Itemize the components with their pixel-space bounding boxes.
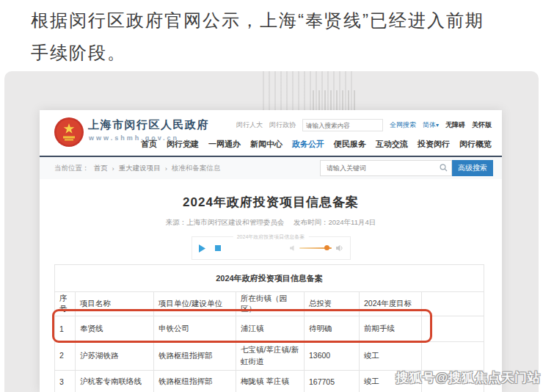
breadcrumb-separator: ›	[112, 164, 114, 173]
column-header: 总投资	[305, 292, 360, 316]
stop-icon[interactable]	[215, 245, 221, 251]
breadcrumb-separator: ›	[165, 164, 167, 173]
link-minhang-zhengxie[interactable]: 闵行政协	[269, 120, 296, 130]
breadcrumb-major-projects[interactable]: 重大建设项目	[119, 164, 161, 173]
nav-item-news[interactable]: 新闻中心	[250, 139, 283, 150]
keyword-search: 高级搜索	[320, 160, 493, 176]
care-mode-link[interactable]: 关怀版	[472, 120, 492, 130]
nav-item-investment[interactable]: 投资闵行	[418, 139, 450, 150]
page-title: 2024年政府投资项目信息备案	[40, 194, 502, 211]
link-minhang-renda[interactable]: 闵行人大	[236, 120, 263, 130]
volume-slider[interactable]	[299, 247, 332, 249]
column-header: 2024年度目标	[360, 292, 422, 316]
column-header: 项目名称	[76, 292, 154, 316]
nav-item-home[interactable]: 首页	[141, 139, 157, 150]
cell: 待明确	[305, 316, 360, 342]
volume-slider-handle[interactable]	[324, 245, 329, 250]
table-row-fengxian-line: 1 奉贤线 申铁公司 浦江镇 待明确 前期手续	[55, 316, 484, 342]
nav-item-services[interactable]: 一网通办	[208, 139, 241, 150]
audio-player-label: 2024年政府投资项目信息备案	[233, 233, 309, 241]
table-header-row: 序号 项目名称 项目单位/建设单位 所在街镇（园区） 总投资 2024年度目标	[55, 292, 484, 316]
cell	[422, 342, 484, 371]
cell: 前期手续	[360, 316, 422, 342]
article-content: 2024年政府投资项目信息备案 来源：上海市闵行区建设和管理委员会 发布时间：2…	[40, 194, 502, 392]
breadcrumb-label: 当前位置：	[54, 164, 90, 173]
cell: 奉贤线	[76, 316, 154, 342]
cell: 3	[55, 371, 76, 392]
language-select[interactable]: 简体▾	[423, 120, 439, 130]
cell: 1	[55, 316, 76, 342]
screenshot-panel: 上海市闵行区人民政府 www.shmh.gov.cn 闵行人大 闵行政协 全网搜…	[4, 71, 539, 392]
article-intro-line1: 根据闵行区政府官网公示，上海“奉贤线”已经进入前期	[31, 4, 530, 37]
cell: 梅陇镇 莘庄镇	[236, 371, 305, 392]
breadcrumb-current: 核准和备案信息	[172, 164, 221, 173]
breadcrumb: 当前位置： 首页 › 重大建设项目 › 核准和备案信息	[54, 164, 220, 173]
nav-item-interaction[interactable]: 互动交流	[376, 139, 408, 150]
chevron-down-icon: ▾	[436, 122, 439, 128]
top-utility-bar: 闵行人大 闵行政协 全网搜索 简体▾ 无障碍 关怀版	[236, 119, 492, 131]
site-search-input[interactable]	[302, 119, 383, 131]
column-header: 项目单位/建设单位	[154, 292, 236, 316]
keyword-search-input[interactable]	[320, 160, 452, 176]
cell: 铁路枢纽指挥部	[154, 371, 236, 392]
publish-date: 发布时间：2024年11月4日	[294, 218, 376, 226]
accessibility-link[interactable]: 无障碍	[445, 120, 465, 130]
cell: 铁路枢纽指挥部	[154, 342, 236, 371]
main-nav: 首页 闵行党建 一网通办 新闻中心 政务公开 便民服务 互动交流 投资闵行 闵行…	[141, 139, 492, 150]
column-header: 序号	[55, 292, 76, 316]
site-search-button[interactable]: 全网搜索	[390, 120, 416, 130]
source-label: 来源：上海市闵行区建设和管理委员会	[166, 218, 285, 226]
cell: 沪苏湖铁路	[76, 342, 154, 371]
column-header: 所在街镇（园区）	[236, 292, 305, 316]
breadcrumb-home[interactable]: 首页	[94, 164, 108, 173]
cell: 167705	[305, 371, 360, 392]
speaker-icon[interactable]	[336, 244, 343, 252]
cell: 申铁公司	[154, 316, 236, 342]
volume-low-icon	[290, 245, 295, 251]
nav-item-convenience[interactable]: 便民服务	[334, 139, 366, 150]
table-row: 2 沪苏湖铁路 铁路枢纽指挥部 七宝镇/莘庄镇/新虹街道 13600 竣工	[55, 342, 484, 371]
nav-item-overview[interactable]: 闵行概览	[459, 139, 492, 150]
cell	[422, 316, 484, 342]
cell: 沪杭客专南联络线	[76, 371, 154, 392]
advanced-search-button[interactable]: 高级搜索	[452, 160, 493, 176]
nav-item-gov-affairs[interactable]: 政务公开	[292, 139, 324, 150]
site-name: 上海市闵行区人民政府	[88, 118, 209, 132]
cell: 浦江镇	[236, 316, 305, 342]
site-header: 上海市闵行区人民政府 www.shmh.gov.cn 闵行人大 闵行政协 全网搜…	[40, 110, 502, 156]
cell: 13600	[305, 342, 360, 371]
article-meta: 来源：上海市闵行区建设和管理委员会 发布时间：2024年11月4日	[40, 218, 502, 228]
article-intro: 根据闵行区政府官网公示，上海“奉贤线”已经进入前期 手续阶段。	[31, 4, 530, 69]
cell: 七宝镇/莘庄镇/新虹街道	[236, 342, 305, 371]
national-emblem-icon	[54, 117, 84, 147]
column-header	[422, 292, 484, 316]
play-icon[interactable]	[199, 244, 205, 253]
audio-player: 2024年政府投资项目信息备案	[192, 236, 351, 260]
nav-item-party[interactable]: 闵行党建	[167, 139, 199, 150]
gov-site-screenshot: 上海市闵行区人民政府 www.shmh.gov.cn 闵行人大 闵行政协 全网搜…	[40, 110, 502, 392]
watermark: 搜狐号@搜狐焦点天门站	[396, 369, 541, 386]
article-intro-line2: 手续阶段。	[31, 37, 530, 69]
search-icon	[440, 164, 448, 172]
language-label: 简体	[423, 121, 436, 128]
table-caption: 2024年政府投资项目信息备案	[55, 265, 484, 292]
breadcrumb-bar: 当前位置： 首页 › 重大建设项目 › 核准和备案信息 高级搜索	[40, 157, 502, 179]
cell: 2	[55, 342, 76, 371]
cell: 竣工	[360, 342, 422, 371]
